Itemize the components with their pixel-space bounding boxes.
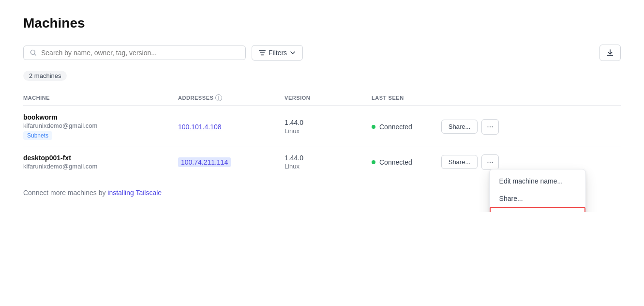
- subnet-badge: Subnets: [23, 131, 52, 140]
- filters-label: Filters: [269, 49, 287, 57]
- header-addresses: ADDRESSES i: [178, 94, 285, 101]
- page-title: Machines: [23, 15, 621, 31]
- machine-name: bookworm: [23, 113, 178, 121]
- share-button[interactable]: Share...: [441, 155, 478, 169]
- address-link[interactable]: 100.74.211.114: [178, 157, 231, 167]
- last-seen-bookworm: Connected Share... ···: [372, 119, 621, 135]
- toolbar: Filters: [23, 45, 621, 61]
- search-icon: [30, 49, 37, 57]
- filters-button[interactable]: Filters: [252, 45, 303, 61]
- header-last-seen: LAST SEEN: [372, 94, 621, 101]
- table-row: desktop001-fxt kifarunixdemo@gmail.com 1…: [23, 147, 621, 177]
- machine-info-bookworm: bookworm kifarunixdemo@gmail.com Subnets: [23, 113, 178, 140]
- last-seen-desktop: Connected Share... ··· Edit machine name…: [372, 154, 621, 170]
- machine-address-bookworm: 100.101.4.108: [178, 123, 285, 131]
- menu-item-disable-key-expiry[interactable]: Disable key expiry: [490, 207, 585, 213]
- more-button[interactable]: ···: [481, 154, 498, 170]
- search-input[interactable]: [41, 49, 240, 57]
- header-version: VERSION: [285, 94, 372, 101]
- machine-owner: kifarunixdemo@gmail.com: [23, 122, 178, 129]
- menu-item-share[interactable]: Share...: [490, 190, 585, 207]
- status-text: Connected: [379, 158, 412, 166]
- machines-page: Machines Filters 2 machines: [0, 0, 644, 212]
- installing-tailscale-link[interactable]: installing Tailscale: [107, 189, 162, 197]
- machine-info-desktop: desktop001-fxt kifarunixdemo@gmail.com: [23, 154, 178, 170]
- download-button[interactable]: [599, 45, 621, 61]
- header-machine: MACHINE: [23, 94, 178, 101]
- machine-address-desktop: 100.74.211.114: [178, 158, 285, 166]
- machine-owner: kifarunixdemo@gmail.com: [23, 163, 178, 170]
- status-text: Connected: [379, 123, 412, 131]
- version-text: 1.44.0: [285, 119, 372, 126]
- download-icon: [606, 48, 614, 57]
- status-dot: [372, 160, 375, 164]
- status-cell: Connected: [372, 158, 412, 166]
- share-button[interactable]: Share...: [441, 120, 478, 134]
- status-dot: [372, 125, 375, 129]
- table-row: bookworm kifarunixdemo@gmail.com Subnets…: [23, 107, 621, 147]
- os-label: Linux: [285, 127, 372, 135]
- filter-icon: [259, 49, 266, 56]
- address-link[interactable]: 100.101.4.108: [178, 123, 222, 131]
- machine-name: desktop001-fxt: [23, 154, 178, 162]
- search-wrapper: [23, 46, 246, 60]
- table-header: MACHINE ADDRESSES i VERSION LAST SEEN: [23, 91, 621, 106]
- context-menu: Edit machine name... Share... Disable ke…: [489, 169, 586, 213]
- row-actions-desktop: Share... ··· Edit machine name... Share.…: [441, 154, 499, 170]
- os-label: Linux: [285, 163, 372, 170]
- status-cell: Connected: [372, 123, 412, 131]
- machines-table: MACHINE ADDRESSES i VERSION LAST SEEN bo…: [23, 91, 621, 177]
- version-text: 1.44.0: [285, 154, 372, 162]
- row-actions-bookworm: Share... ···: [441, 119, 499, 135]
- machine-version-desktop: 1.44.0 Linux: [285, 154, 372, 170]
- machine-count-badge: 2 machines: [23, 71, 67, 81]
- chevron-down-icon: [290, 50, 296, 56]
- addresses-info-icon: i: [215, 94, 222, 101]
- more-button[interactable]: ···: [481, 119, 498, 135]
- machine-version-bookworm: 1.44.0 Linux: [285, 119, 372, 135]
- menu-item-edit-name[interactable]: Edit machine name...: [490, 172, 585, 190]
- svg-point-0: [30, 50, 35, 54]
- connect-more-text: Connect more machines by: [23, 189, 107, 197]
